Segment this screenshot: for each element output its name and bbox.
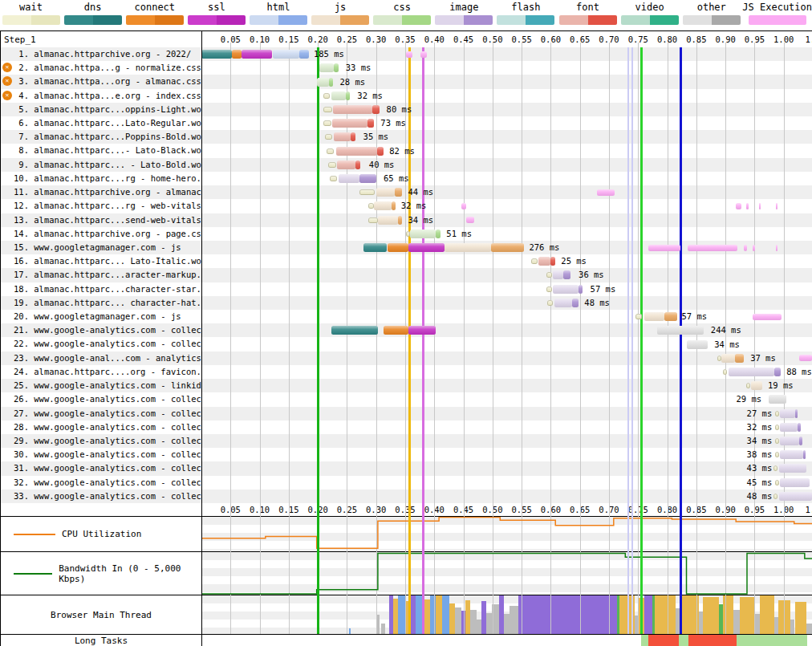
- segment-wait[interactable]: [328, 162, 335, 168]
- segment-js[interactable]: [644, 312, 664, 321]
- segment-wait[interactable]: [330, 176, 337, 181]
- segment-css[interactable]: [331, 91, 346, 100]
- request-label[interactable]: 10. almanac.httparc...rg - home-hero.png: [14, 173, 201, 183]
- request-label[interactable]: 30. www.google-analytics.com - collect: [14, 449, 201, 459]
- segment-jsexec[interactable]: [688, 245, 737, 251]
- request-row-5[interactable]: 5. almanac.httparc...oppins-Light.woff2: [1, 103, 201, 116]
- request-label[interactable]: 24. almanac.httparc....org - favicon.ico: [14, 367, 201, 376]
- request-row-15[interactable]: 15. www.googletagmanager.com - js: [1, 241, 201, 254]
- request-label[interactable]: 23. www.google-anal...com - analytics.js: [14, 353, 201, 363]
- request-row-6[interactable]: 6. almanac.httparc...Lato-Regular.woff2: [1, 116, 201, 130]
- segment-ssl[interactable]: [408, 243, 445, 252]
- request-row-14[interactable]: 14. almanac.httparchive.org - page.css: [1, 227, 201, 241]
- segment-font[interactable]: [538, 257, 550, 266]
- request-label[interactable]: 13. almanac.httparc...send-web-vitals.js: [14, 215, 201, 225]
- segment-font2[interactable]: [367, 119, 374, 128]
- long-task[interactable]: [648, 635, 679, 646]
- segment-js2[interactable]: [664, 312, 677, 321]
- segment-image2[interactable]: [795, 409, 798, 418]
- long-task[interactable]: [688, 635, 737, 646]
- segment-js2[interactable]: [491, 243, 524, 252]
- segment-jsexec[interactable]: [753, 314, 782, 320]
- segment-image[interactable]: [780, 437, 799, 445]
- segment-wait[interactable]: [773, 465, 777, 471]
- segment-font2[interactable]: [351, 132, 355, 141]
- segment-wait[interactable]: [325, 134, 332, 140]
- request-label[interactable]: 28. www.google-analytics.com - collect: [14, 422, 201, 432]
- segment-jsexec[interactable]: [406, 51, 412, 58]
- segment-css2[interactable]: [346, 91, 350, 100]
- segment-wait[interactable]: [327, 148, 334, 154]
- segment-image2[interactable]: [774, 368, 781, 376]
- request-label[interactable]: 33. www.google-analytics.com - collect: [14, 491, 201, 501]
- request-row-27[interactable]: 27. www.google-analytics.com - collect: [1, 407, 201, 421]
- segment-dns[interactable]: [331, 326, 378, 335]
- segment-wait[interactable]: [323, 120, 331, 126]
- request-label[interactable]: 12. almanac.httparc...rg - web-vitals.js: [14, 201, 201, 210]
- segment-image[interactable]: [779, 464, 806, 473]
- request-row-22[interactable]: 22. www.google-analytics.com - collect: [1, 337, 201, 351]
- segment-wait[interactable]: [359, 189, 376, 195]
- segment-connect[interactable]: [232, 50, 242, 59]
- request-label[interactable]: 27. www.google-analytics.com - collect: [14, 408, 201, 418]
- segment-js2[interactable]: [395, 188, 402, 197]
- request-label[interactable]: 7. almanac.httparc...Poppins-Bold.woff2: [14, 132, 201, 141]
- segment-jsexec[interactable]: [776, 245, 778, 251]
- segment-js[interactable]: [445, 243, 492, 252]
- request-row-31[interactable]: 31. www.google-analytics.com - collect: [1, 461, 201, 475]
- segment-wait[interactable]: [775, 438, 779, 444]
- segment-wait[interactable]: [547, 300, 553, 306]
- segment-connect[interactable]: [384, 326, 408, 335]
- request-label[interactable]: 5. almanac.httparc...oppins-Light.woff2: [14, 104, 201, 114]
- segment-jsexec[interactable]: [466, 217, 473, 223]
- request-row-13[interactable]: 13. almanac.httparc...send-web-vitals.js: [1, 213, 201, 227]
- request-label[interactable]: 16. almanac.httparc... Lato-Italic.woff2: [14, 256, 201, 266]
- segment-image[interactable]: [339, 174, 360, 183]
- segment-image2[interactable]: [563, 270, 570, 279]
- request-label[interactable]: 15. www.googletagmanager.com - js: [14, 242, 181, 252]
- segment-image2[interactable]: [572, 299, 579, 307]
- request-label[interactable]: 4. almanac.httpa...e.org - index.css: [14, 91, 201, 100]
- segment-js2[interactable]: [398, 216, 402, 225]
- segment-wait[interactable]: [775, 425, 779, 430]
- request-label[interactable]: 19. almanac.httparc... character-hat.png: [14, 298, 201, 307]
- request-row-20[interactable]: 20. www.googletagmanager.com - js: [1, 310, 201, 323]
- segment-js[interactable]: [721, 354, 735, 363]
- segment-jsexec[interactable]: [744, 245, 747, 251]
- segment-css2[interactable]: [436, 230, 440, 238]
- segment-image2[interactable]: [803, 450, 806, 459]
- segment-js2[interactable]: [392, 201, 396, 210]
- request-row-1[interactable]: 1. almanac.httparchive.org - 2022/: [1, 47, 201, 61]
- segment-html[interactable]: [273, 50, 299, 59]
- segment-font2[interactable]: [377, 147, 384, 156]
- segment-font[interactable]: [337, 160, 355, 169]
- request-row-21[interactable]: 21. www.google-analytics.com - collect: [1, 323, 201, 337]
- segment-js[interactable]: [374, 201, 392, 210]
- request-label[interactable]: 21. www.google-analytics.com - collect: [14, 325, 201, 335]
- segment-dns[interactable]: [363, 243, 388, 252]
- segment-jsexec[interactable]: [461, 203, 466, 209]
- request-row-17[interactable]: 17. almanac.httparc...aracter-markup.png: [1, 268, 201, 282]
- segment-wait[interactable]: [323, 107, 331, 112]
- request-label[interactable]: 29. www.google-analytics.com - collect: [14, 436, 201, 445]
- segment-wait[interactable]: [723, 369, 728, 375]
- request-row-29[interactable]: 29. www.google-analytics.com - collect: [1, 434, 201, 448]
- request-row-2[interactable]: ✕ 2. almanac.httpa...g - normalize.css: [1, 61, 201, 75]
- segment-js[interactable]: [378, 216, 398, 225]
- segment-image[interactable]: [554, 299, 572, 307]
- segment-jsexec[interactable]: [799, 355, 812, 361]
- segment-image2[interactable]: [798, 423, 801, 432]
- segment-js[interactable]: [751, 381, 762, 390]
- segment-jsexec[interactable]: [759, 203, 761, 209]
- segment-jsexec[interactable]: [776, 203, 778, 209]
- request-label[interactable]: 22. www.google-analytics.com - collect: [14, 339, 201, 348]
- segment-wait[interactable]: [773, 494, 777, 499]
- request-row-4[interactable]: ✕ 4. almanac.httpa...e.org - index.css: [1, 89, 201, 103]
- segment-ssl[interactable]: [242, 50, 272, 59]
- segment-wait[interactable]: [775, 411, 779, 416]
- request-row-28[interactable]: 28. www.google-analytics.com - collect: [1, 421, 201, 434]
- segment-font2[interactable]: [372, 105, 380, 114]
- segment-css2[interactable]: [334, 63, 339, 72]
- segment-wait[interactable]: [368, 203, 374, 209]
- segment-js[interactable]: [376, 188, 395, 197]
